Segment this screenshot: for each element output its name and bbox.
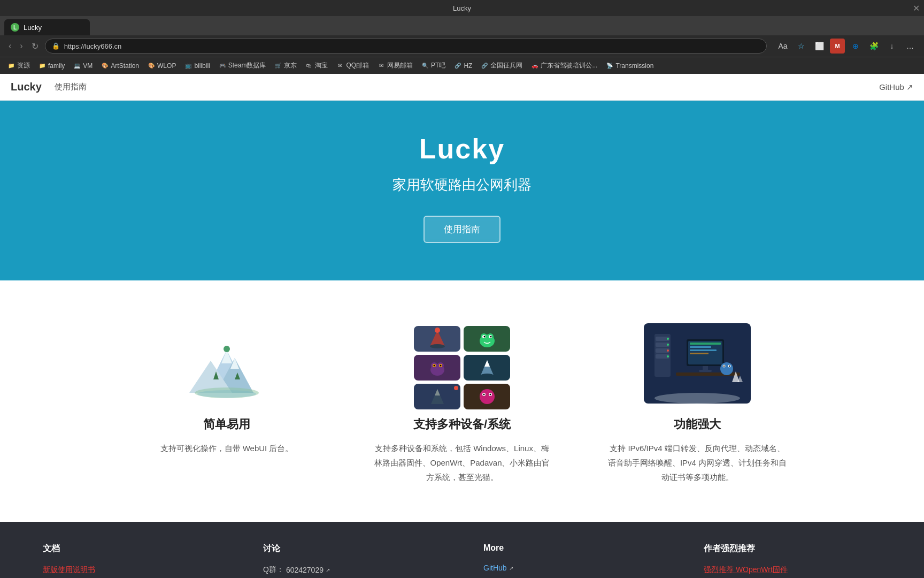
address-bar[interactable]: 🔒 https://lucky666.cn <box>45 39 767 54</box>
mail163-icon: ✉ <box>378 62 385 70</box>
taobao-icon: 🛍 <box>305 62 313 70</box>
svg-point-9 <box>197 390 256 398</box>
bookmark-driving[interactable]: 🚗 广东省驾驶培训公... <box>528 60 600 71</box>
nav-guide-link[interactable]: 使用指南 <box>55 82 87 92</box>
bookmark-artstation[interactable]: 🎨 ArtStation <box>98 61 142 71</box>
svg-point-12 <box>430 344 445 348</box>
footer-link-new-docs[interactable]: 新版使用说明书 <box>43 565 220 575</box>
device-cell-5 <box>414 384 460 409</box>
vm-icon: 💻 <box>73 62 81 70</box>
close-btn[interactable]: ✕ <box>913 3 920 13</box>
footer-more-title: More <box>483 543 661 553</box>
svg-point-35 <box>483 394 484 396</box>
github-link[interactable]: GitHub ↗ <box>879 82 913 92</box>
address-bar-row: ‹ › ↻ 🔒 https://lucky666.cn Aa ☆ ⬜ M ⊕ 🧩… <box>0 35 924 57</box>
external-icon: ↗ <box>326 567 330 573</box>
device-grid <box>414 326 510 401</box>
art-icon: 🎨 <box>101 62 109 70</box>
pt-icon: 🔍 <box>421 62 429 70</box>
forward-btn[interactable]: › <box>18 39 25 53</box>
back-btn[interactable]: ‹ <box>6 39 13 53</box>
svg-point-25 <box>433 365 435 367</box>
bookmark-qqmail[interactable]: ✉ QQ邮箱 <box>333 60 372 71</box>
features-section: 简单易用 支持可视化操作，自带 WebUI 后台。 <box>0 280 924 522</box>
bookmark-resources[interactable]: 📁 资源 <box>4 60 33 71</box>
external-icon: ↗ <box>509 565 513 571</box>
bookmark-vm[interactable]: 💻 VM <box>70 61 96 71</box>
feature-powerful-image <box>644 323 751 404</box>
svg-point-19 <box>490 336 491 338</box>
bookmark-taobao[interactable]: 🛍 淘宝 <box>302 60 331 71</box>
app-logo[interactable]: Lucky <box>11 81 42 93</box>
tab-label: Lucky <box>24 24 42 32</box>
bookmark-bilibili[interactable]: 📺 bilibili <box>181 61 213 71</box>
svg-point-44 <box>667 344 669 346</box>
svg-rect-50 <box>690 346 711 348</box>
edge-icon[interactable]: ⊕ <box>848 39 863 54</box>
active-tab[interactable]: L Lucky <box>4 19 90 35</box>
extension-icon[interactable]: M <box>830 39 845 54</box>
svg-point-26 <box>440 365 441 367</box>
folder-icon: 📁 <box>7 62 15 70</box>
feature-powerful-desc: 支持 IPv6/IPv4 端口转发、反向代理、动态域名、语音助手网络唤醒、IPv… <box>606 441 788 484</box>
screenshot-icon[interactable]: ⬜ <box>812 39 827 54</box>
car-icon: 🚗 <box>531 62 538 70</box>
footer-github: GitHub ↗ <box>483 564 661 572</box>
app-nav: Lucky 使用指南 GitHub ↗ <box>0 74 924 101</box>
svg-rect-54 <box>699 370 712 372</box>
svg-point-32 <box>480 389 495 404</box>
reader-icon[interactable]: Aa <box>775 39 790 54</box>
hero-cta-button[interactable]: 使用指南 <box>424 216 500 243</box>
hero-section: Lucky 家用软硬路由公网利器 使用指南 <box>0 101 924 280</box>
footer-qq: Q群： 602427029 ↗ <box>263 565 441 575</box>
svg-point-29 <box>481 374 494 377</box>
svg-point-6 <box>224 346 230 352</box>
ext3-icon[interactable]: ↓ <box>884 39 899 54</box>
star-icon[interactable]: ☆ <box>794 39 808 54</box>
gov-icon: 🔗 <box>481 62 488 70</box>
bookmark-conscript[interactable]: 🔗 全国征兵网 <box>478 60 526 71</box>
folder-icon: 📁 <box>38 62 46 70</box>
svg-rect-49 <box>690 343 721 345</box>
tab-favicon: L <box>11 23 19 32</box>
bookmark-jd[interactable]: 🛒 京东 <box>271 60 300 71</box>
hero-title: Lucky <box>11 133 913 165</box>
svg-point-61 <box>723 366 725 367</box>
svg-marker-31 <box>435 389 440 396</box>
bookmark-pt[interactable]: 🔍 PT吧 <box>418 60 449 71</box>
footer-author-title: 作者强烈推荐 <box>704 543 881 554</box>
feature-simple-image <box>173 323 280 404</box>
ext2-icon[interactable]: 🧩 <box>866 39 881 54</box>
footer-discussion: 讨论 Q群： 602427029 ↗ TG群： https://t.me/luc… <box>263 543 441 578</box>
feature-multidevice: 支持多种设备/系统 支持多种设备和系统，包括 Windows、Linux、梅林路… <box>360 313 564 495</box>
bookmark-steam[interactable]: 🎮 Steam数据库 <box>215 60 270 71</box>
hero-subtitle: 家用软硬路由公网利器 <box>11 176 913 194</box>
feature-simple-desc: 支持可视化操作，自带 WebUI 后台。 <box>136 441 318 455</box>
bookmark-wlop[interactable]: 🎨 WLOP <box>144 61 179 71</box>
footer-github-link[interactable]: GitHub <box>483 564 507 572</box>
device-cell-2 <box>464 326 510 352</box>
url-text: https://lucky666.cn <box>64 42 122 50</box>
feature-multidevice-desc: 支持多种设备和系统，包括 Windows、Linux、梅林路由器固件、OpenW… <box>371 441 553 484</box>
svg-point-18 <box>483 336 485 338</box>
svg-point-36 <box>489 394 491 396</box>
more-icon[interactable]: … <box>903 39 918 54</box>
device-cell-1 <box>414 326 460 352</box>
refresh-btn[interactable]: ↻ <box>29 39 41 54</box>
footer-author-link[interactable]: 强烈推荐 WOpenWrt固件 <box>704 565 881 575</box>
footer: 文档 新版使用说明书 旧版使用说明书 讨论 Q群： 602427029 ↗ TG… <box>0 522 924 578</box>
svg-point-43 <box>667 338 669 340</box>
feature-multidevice-image <box>409 323 515 404</box>
bookmark-transmission[interactable]: 📡 Transmission <box>603 61 657 71</box>
svg-point-45 <box>667 349 669 352</box>
svg-rect-53 <box>703 366 708 370</box>
feature-powerful: 功能强大 支持 IPv6/IPv4 端口转发、反向代理、动态域名、语音助手网络唤… <box>596 313 799 495</box>
bookmark-family[interactable]: 📁 family <box>35 61 68 71</box>
bookmark-hz[interactable]: 🔗 HZ <box>451 61 475 71</box>
bookmarks-bar: 📁 资源 📁 family 💻 VM 🎨 ArtStation 🎨 WLOP 📺… <box>0 57 924 74</box>
footer-author: 作者强烈推荐 强烈推荐 WOpenWrt固件 <box>704 543 881 578</box>
device-cell-6 <box>464 384 510 409</box>
footer-more: More GitHub ↗ <box>483 543 661 578</box>
bookmark-163mail[interactable]: ✉ 网易邮箱 <box>374 60 416 71</box>
toolbar-icons: Aa ☆ ⬜ M ⊕ 🧩 ↓ … <box>775 39 918 54</box>
